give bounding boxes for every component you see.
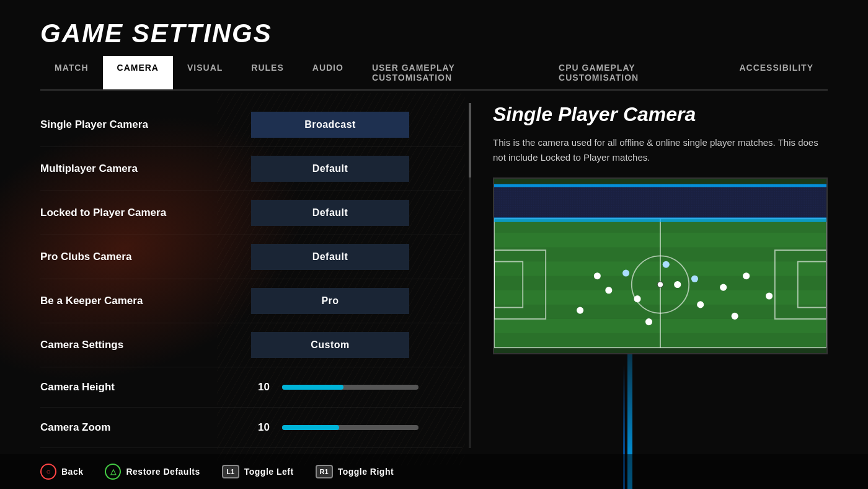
svg-point-34: [622, 270, 629, 277]
setting-row-multiplayer-camera: Multiplayer Camera Default: [40, 147, 462, 191]
single-player-camera-control: Broadcast: [251, 112, 462, 138]
tab-user-gameplay[interactable]: USER GAMEPLAY CUSTOMISATION: [358, 56, 544, 89]
camera-height-track[interactable]: [282, 385, 418, 390]
setting-row-camera-zoom: Camera Zoom 10: [40, 408, 462, 448]
locked-to-player-camera-control: Default: [251, 200, 462, 226]
svg-point-31: [732, 313, 738, 320]
camera-height-slider-container: 10: [251, 381, 418, 393]
info-title: Single Player Camera: [493, 103, 828, 126]
camera-zoom-fill: [282, 425, 339, 430]
multiplayer-camera-dropdown[interactable]: Default: [251, 156, 409, 182]
tab-visual[interactable]: VISUAL: [173, 56, 237, 89]
svg-point-36: [691, 276, 698, 282]
r1-icon: R1: [316, 465, 333, 478]
camera-zoom-label: Camera Zoom: [40, 421, 251, 434]
scroll-thumb: [469, 103, 471, 177]
svg-point-27: [674, 281, 681, 288]
tab-audio[interactable]: AUDIO: [298, 56, 358, 89]
camera-height-value: 10: [251, 381, 270, 393]
l1-icon: L1: [222, 465, 239, 478]
camera-settings-label: Camera Settings: [40, 339, 251, 351]
setting-row-camera-settings: Camera Settings Custom: [40, 323, 462, 367]
camera-zoom-value: 10: [251, 421, 270, 434]
restore-defaults-label: Restore Defaults: [126, 467, 200, 477]
svg-point-32: [766, 292, 773, 299]
pro-clubs-camera-label: Pro Clubs Camera: [40, 251, 251, 263]
field-svg: [494, 179, 826, 353]
svg-point-29: [720, 284, 727, 291]
tab-rules[interactable]: RULES: [237, 56, 298, 89]
info-panel: Single Player Camera This is the camera …: [480, 103, 828, 448]
content-area: Single Player Camera Broadcast Multiplay…: [0, 91, 868, 454]
tab-accessibility[interactable]: ACCESSIBILITY: [725, 56, 828, 89]
camera-preview: [493, 177, 828, 354]
setting-row-camera-height: Camera Height 10: [40, 367, 462, 408]
toggle-right-button[interactable]: R1 Toggle Right: [316, 465, 394, 478]
svg-point-26: [594, 272, 601, 279]
locked-to-player-camera-dropdown[interactable]: Default: [251, 200, 409, 226]
setting-row-locked-to-player-camera: Locked to Player Camera Default: [40, 191, 462, 235]
single-player-camera-label: Single Player Camera: [40, 119, 251, 131]
locked-to-player-camera-label: Locked to Player Camera: [40, 207, 251, 219]
restore-defaults-button[interactable]: △ Restore Defaults: [105, 464, 200, 480]
svg-point-30: [743, 272, 750, 279]
svg-point-28: [697, 301, 704, 308]
circle-icon: ○: [40, 464, 56, 480]
info-description: This is the camera used for all offline …: [493, 135, 828, 165]
toggle-left-button[interactable]: L1 Toggle Left: [222, 465, 294, 478]
be-a-keeper-camera-dropdown[interactable]: Pro: [251, 288, 409, 314]
svg-rect-39: [494, 184, 826, 187]
back-button[interactable]: ○ Back: [40, 464, 83, 480]
page-title: GAME SETTINGS: [40, 19, 828, 48]
header: GAME SETTINGS MATCH CAMERA VISUAL RULES …: [0, 0, 868, 91]
bottom-controls: ○ Back △ Restore Defaults L1 Toggle Left…: [0, 454, 868, 489]
pro-clubs-camera-control: Default: [251, 244, 462, 270]
toggle-left-label: Toggle Left: [244, 467, 294, 477]
camera-settings-control: Custom: [251, 332, 462, 358]
svg-point-24: [605, 287, 612, 294]
scrollbar[interactable]: [469, 103, 471, 448]
setting-row-single-player-camera: Single Player Camera Broadcast: [40, 103, 462, 147]
tab-cpu-gameplay[interactable]: CPU GAMEPLAY CUSTOMISATION: [544, 56, 725, 89]
svg-point-35: [663, 261, 670, 268]
camera-zoom-track[interactable]: [282, 425, 418, 430]
multiplayer-camera-control: Default: [251, 156, 462, 182]
single-player-camera-dropdown[interactable]: Broadcast: [251, 112, 409, 138]
camera-height-label: Camera Height: [40, 381, 251, 393]
setting-row-pro-clubs-camera: Pro Clubs Camera Default: [40, 235, 462, 279]
be-a-keeper-camera-label: Be a Keeper Camera: [40, 295, 251, 307]
svg-point-38: [657, 282, 663, 287]
setting-row-be-a-keeper-camera: Be a Keeper Camera Pro: [40, 279, 462, 323]
camera-zoom-slider-container: 10: [251, 421, 418, 434]
camera-zoom-control: 10: [251, 421, 462, 434]
tab-camera[interactable]: CAMERA: [103, 56, 173, 89]
multiplayer-camera-label: Multiplayer Camera: [40, 163, 251, 175]
triangle-icon: △: [105, 464, 121, 480]
camera-height-fill: [282, 385, 343, 390]
camera-settings-dropdown[interactable]: Custom: [251, 332, 409, 358]
tab-bar: MATCH CAMERA VISUAL RULES AUDIO USER GAM…: [40, 56, 828, 91]
svg-rect-22: [494, 217, 826, 222]
svg-point-33: [645, 318, 652, 325]
svg-point-23: [577, 307, 583, 314]
tab-match[interactable]: MATCH: [40, 56, 103, 89]
settings-panel: Single Player Camera Broadcast Multiplay…: [40, 103, 462, 448]
pro-clubs-camera-dropdown[interactable]: Default: [251, 244, 409, 270]
main-container: GAME SETTINGS MATCH CAMERA VISUAL RULES …: [0, 0, 868, 489]
back-label: Back: [61, 467, 83, 477]
be-a-keeper-camera-control: Pro: [251, 288, 462, 314]
camera-height-control: 10: [251, 381, 462, 393]
svg-point-25: [634, 295, 640, 302]
toggle-right-label: Toggle Right: [338, 467, 394, 477]
